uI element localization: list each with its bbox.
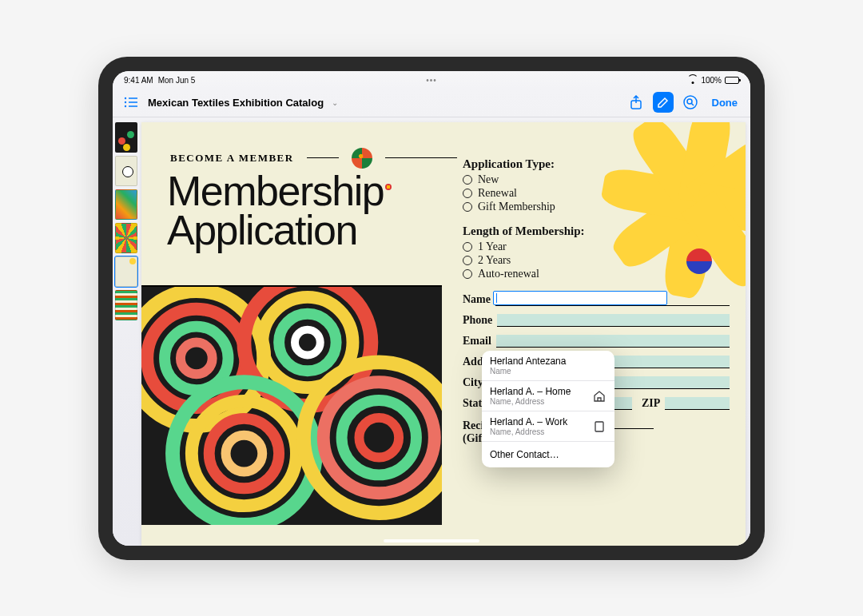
svg-point-0	[125, 97, 126, 99]
wifi-icon	[688, 77, 698, 84]
radio-2years[interactable]: 2 Years	[463, 254, 730, 267]
status-time: 9:41 AM	[124, 76, 153, 85]
status-date: Mon Jun 5	[158, 76, 196, 85]
page-thumbnail[interactable]	[115, 156, 137, 186]
svg-point-4	[125, 105, 126, 107]
page-thumbnail[interactable]	[115, 122, 137, 153]
autofill-item[interactable]: Herland A. – Home Name, Address	[482, 381, 614, 411]
radio-1year[interactable]: 1 Year	[463, 240, 730, 253]
document-title[interactable]: Mexican Textiles Exhibition Catalog	[148, 97, 324, 109]
autofill-popover: Herland Antezana Name Herland A. – Home …	[482, 351, 614, 468]
zip-label: ZIP	[642, 397, 660, 410]
home-indicator[interactable]	[384, 539, 479, 542]
become-member-label: BECOME A MEMBER	[170, 152, 294, 165]
pdf-page: BECOME A MEMBER Membership Application	[141, 122, 746, 546]
radio-auto[interactable]: Auto-renewal	[463, 268, 730, 280]
status-bar: 9:41 AM Mon Jun 5 ••• 100%	[113, 71, 750, 89]
share-icon[interactable]	[626, 92, 646, 113]
email-label: Email	[463, 335, 491, 348]
svg-line-9	[691, 103, 694, 105]
toolbar: Mexican Textiles Exhibition Catalog ⌄ Do…	[113, 89, 750, 117]
page-thumbnail[interactable]	[115, 223, 137, 253]
page-title: Membership Application	[167, 172, 393, 251]
document-viewport[interactable]: BECOME A MEMBER Membership Application	[141, 117, 750, 546]
svg-point-2	[125, 101, 126, 103]
chevron-down-icon[interactable]: ⌄	[332, 98, 338, 107]
length-heading: Length of Membership:	[463, 225, 730, 238]
svg-point-7	[684, 96, 697, 109]
building-icon	[592, 419, 606, 434]
search-circle-icon[interactable]	[680, 92, 701, 113]
autofill-item[interactable]: Herland Antezana Name	[482, 351, 614, 381]
ipad-device-frame: 9:41 AM Mon Jun 5 ••• 100% Mexican Texti…	[98, 57, 765, 560]
city-label: City	[463, 376, 483, 389]
svg-rect-27	[595, 422, 603, 431]
divider	[307, 157, 339, 159]
svg-point-8	[687, 99, 692, 104]
autofill-other-contact[interactable]: Other Contact…	[482, 442, 614, 467]
battery-icon	[725, 77, 739, 84]
home-icon	[592, 389, 606, 403]
textile-art-image	[141, 285, 442, 525]
page-thumbnail[interactable]	[115, 256, 137, 287]
done-button[interactable]: Done	[707, 97, 743, 109]
phone-field[interactable]	[497, 314, 730, 327]
radio-gift[interactable]: Gift Membership	[463, 201, 730, 213]
phone-label: Phone	[463, 314, 492, 327]
application-type-heading: Application Type:	[463, 157, 730, 171]
page-thumbnail[interactable]	[115, 290, 137, 320]
email-field[interactable]	[496, 335, 730, 348]
divider	[385, 157, 457, 159]
radio-new[interactable]: New	[463, 173, 730, 186]
radio-renewal[interactable]: Renewal	[463, 187, 730, 200]
name-label: Name	[463, 293, 491, 306]
sidebar-toggle-icon[interactable]	[121, 92, 141, 113]
thumbnail-rail[interactable]	[113, 117, 141, 546]
autofill-item[interactable]: Herland A. – Work Name, Address	[482, 411, 614, 442]
decorative-orb	[352, 148, 372, 169]
page-thumbnail[interactable]	[115, 189, 137, 220]
markup-icon[interactable]	[653, 92, 674, 113]
multitask-dots-icon[interactable]: •••	[426, 76, 437, 85]
name-input-active[interactable]	[493, 291, 667, 305]
main-area: BECOME A MEMBER Membership Application	[113, 117, 750, 546]
ipad-screen: 9:41 AM Mon Jun 5 ••• 100% Mexican Texti…	[113, 71, 750, 546]
zip-field[interactable]	[665, 397, 730, 410]
battery-percent: 100%	[701, 76, 722, 85]
